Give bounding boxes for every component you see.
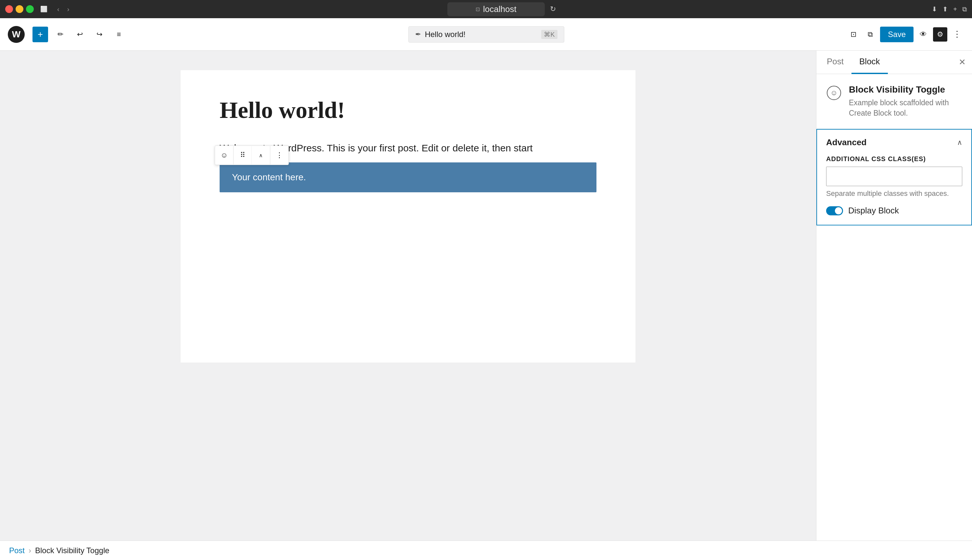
- block-more-button[interactable]: ⋮: [270, 146, 288, 164]
- advanced-title: Advanced: [826, 137, 867, 147]
- advanced-section: Advanced ∧ ADDITIONAL CSS CLASS(ES) Sepa…: [816, 129, 972, 225]
- block-visibility-icon: ☺: [827, 86, 841, 100]
- reload-button[interactable]: ↻: [550, 5, 556, 13]
- download-icon[interactable]: ⬇: [932, 5, 937, 13]
- wp-editor: W + ✏ ↩ ↪ ≡ ✒ Hello world! ⌘K ⊡ ⧉ Save 👁…: [0, 18, 972, 560]
- breadcrumb-separator: ›: [28, 546, 31, 555]
- sidebar-header: Post Block ✕: [816, 51, 972, 74]
- add-block-button[interactable]: +: [32, 27, 48, 42]
- fullscreen-traffic-light[interactable]: [26, 5, 34, 13]
- wp-main: Hello world! Welcome to WordPress. This …: [0, 51, 972, 540]
- tab-post[interactable]: Post: [819, 51, 852, 74]
- settings-button[interactable]: ⚙: [933, 27, 947, 42]
- browser-forward-icon[interactable]: ›: [65, 4, 72, 14]
- share-icon[interactable]: ⬆: [942, 5, 948, 13]
- block-info: ☺ Block Visibility Toggle Example block …: [816, 74, 972, 129]
- eye-button[interactable]: 👁: [916, 27, 930, 42]
- block-move-up-button[interactable]: ∧: [252, 146, 270, 164]
- tools-button[interactable]: ✏: [53, 27, 68, 42]
- breadcrumb-post[interactable]: Post: [9, 546, 25, 555]
- list-view-button[interactable]: ≡: [112, 27, 126, 42]
- browser-right-controls: ⬇ ⬆ + ⧉: [932, 5, 967, 13]
- breadcrumb-current: Block Visibility Toggle: [35, 546, 110, 555]
- undo-button[interactable]: ↩: [73, 27, 87, 42]
- wp-logo: W: [8, 26, 25, 43]
- block-drag-button[interactable]: ⠿: [233, 146, 252, 164]
- advanced-header[interactable]: Advanced ∧: [817, 130, 971, 155]
- display-block-toggle[interactable]: [826, 206, 843, 215]
- preview-button[interactable]: ⧉: [863, 27, 877, 42]
- css-class-label: ADDITIONAL CSS CLASS(ES): [826, 155, 962, 163]
- block-content[interactable]: Your content here.: [220, 162, 597, 192]
- block-info-text: Block Visibility Toggle Example block sc…: [849, 85, 963, 118]
- browser-url-bar: ⊡ localhost ↻: [75, 2, 928, 16]
- search-shortcut: ⌘K: [541, 30, 557, 39]
- block-tool-group-type: ☺: [215, 146, 233, 164]
- url-text: localhost: [483, 4, 517, 14]
- topbar-right: ⊡ ⧉ Save 👁 ⚙ ⋮: [846, 27, 964, 42]
- traffic-lights: [5, 5, 34, 13]
- sidebar-toggle-btn[interactable]: ⬜: [38, 4, 50, 14]
- editor-content: Hello world! Welcome to WordPress. This …: [181, 70, 635, 363]
- toggle-knob: [835, 207, 842, 214]
- block-icon-wrap: ☺: [825, 85, 842, 101]
- search-bar[interactable]: ✒ Hello world! ⌘K: [408, 26, 564, 43]
- block-info-title: Block Visibility Toggle: [849, 85, 963, 95]
- sidebar-close-button[interactable]: ✕: [955, 55, 969, 70]
- display-block-label: Display Block: [848, 206, 899, 216]
- display-block-row: Display Block: [826, 206, 962, 216]
- tab-block[interactable]: Block: [852, 51, 888, 74]
- save-button[interactable]: Save: [880, 27, 914, 42]
- browser-chevron-icon[interactable]: ‹: [55, 4, 62, 14]
- redo-button[interactable]: ↪: [92, 27, 107, 42]
- topbar-center: ✒ Hello world! ⌘K: [131, 26, 841, 43]
- css-class-input[interactable]: [826, 167, 962, 186]
- minimize-traffic-light[interactable]: [16, 5, 23, 13]
- browser-chrome: ⬜ ‹ › ⊡ localhost ↻ ⬇ ⬆ + ⧉: [0, 0, 972, 18]
- new-tab-icon[interactable]: +: [953, 5, 957, 13]
- search-bar-text: Hello world!: [425, 30, 538, 39]
- advanced-toggle-button[interactable]: ∧: [957, 138, 962, 147]
- wp-logo-w: W: [12, 29, 20, 40]
- url-icon: ⊡: [475, 6, 480, 12]
- search-feather-icon: ✒: [415, 30, 421, 39]
- block-info-desc: Example block scaffolded with Create Blo…: [849, 97, 963, 118]
- more-options-button[interactable]: ⋮: [950, 27, 964, 42]
- advanced-body: ADDITIONAL CSS CLASS(ES) Separate multip…: [817, 155, 971, 225]
- url-container[interactable]: ⊡ localhost: [447, 2, 545, 16]
- block-type-button[interactable]: ☺: [215, 146, 233, 164]
- tabs-icon[interactable]: ⧉: [962, 5, 967, 13]
- view-button[interactable]: ⊡: [846, 27, 860, 42]
- block-tool-group-more: ⋮: [270, 146, 288, 164]
- block-toolbar: ☺ ⠿ ∧ ⋮: [215, 145, 289, 165]
- editor-area[interactable]: Hello world! Welcome to WordPress. This …: [0, 51, 816, 540]
- wp-bottom-bar: Post › Block Visibility Toggle: [0, 540, 972, 560]
- wp-topbar: W + ✏ ↩ ↪ ≡ ✒ Hello world! ⌘K ⊡ ⧉ Save 👁…: [0, 18, 972, 51]
- block-icon-symbol: ☺: [830, 89, 837, 97]
- wp-sidebar: Post Block ✕ ☺ Block Visibility Toggle E…: [816, 51, 972, 540]
- post-title[interactable]: Hello world!: [220, 96, 597, 124]
- block-tool-group-move: ⠿ ∧: [233, 146, 270, 164]
- close-traffic-light[interactable]: [5, 5, 13, 13]
- css-class-hint: Separate multiple classes with spaces.: [826, 189, 962, 198]
